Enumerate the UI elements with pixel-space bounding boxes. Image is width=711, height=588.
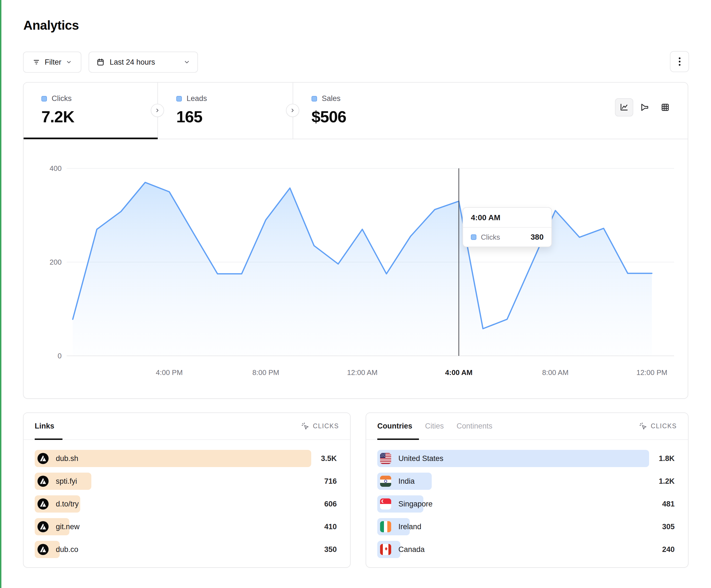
- countries-panel: Countries Cities Continents CLICKS Unite…: [366, 412, 689, 568]
- cursor-click-icon: [639, 422, 647, 430]
- list-item[interactable]: dub.sh3.5K: [35, 450, 337, 467]
- date-range-button[interactable]: Last 24 hours: [89, 51, 198, 73]
- calendar-icon: [96, 58, 105, 66]
- list-item[interactable]: Singapore481: [377, 495, 675, 513]
- sales-legend-chip: [311, 96, 317, 101]
- row-content: India: [380, 473, 415, 490]
- row-content: git.new: [38, 518, 80, 535]
- active-tab-underline: [35, 438, 62, 440]
- row-value: 606: [324, 500, 337, 508]
- leads-tab-value: 165: [176, 107, 207, 126]
- funnel-view-button[interactable]: [635, 98, 654, 116]
- flag-in-icon: [380, 476, 391, 487]
- filter-button[interactable]: Filter: [23, 51, 81, 73]
- list-item[interactable]: Ireland305: [377, 518, 675, 535]
- row-value: 1.8K: [659, 454, 675, 463]
- countries-list: United States1.8KIndia1.2KSingapore481Ir…: [366, 440, 688, 558]
- analytics-page: Analytics Filter Last 24 hours Clicks 7.…: [0, 0, 711, 588]
- table-view-button[interactable]: [656, 98, 674, 116]
- countries-metric-toggle[interactable]: CLICKS: [639, 422, 677, 430]
- list-item[interactable]: dub.co350: [35, 541, 337, 558]
- row-content: dub.sh: [38, 450, 78, 467]
- row-content: spti.fyi: [38, 473, 77, 490]
- row-label: dub.co: [56, 545, 78, 554]
- dub-logo-avatar: [38, 498, 48, 510]
- row-content: United States: [380, 450, 444, 467]
- row-value: 240: [662, 545, 675, 554]
- list-item[interactable]: Canada240: [377, 541, 675, 558]
- list-item[interactable]: spti.fyi716: [35, 473, 337, 490]
- more-options-button[interactable]: [670, 51, 689, 72]
- flag-us-icon: [380, 453, 391, 464]
- tab-links[interactable]: Links: [35, 422, 55, 430]
- metric-tabs: Clicks 7.2K Leads 165 Sales $506: [24, 83, 688, 139]
- active-tab-underline: [377, 438, 419, 440]
- chevron-right-icon: [155, 108, 160, 113]
- tooltip-time: 4:00 AM: [463, 208, 552, 228]
- chevron-down-icon: [66, 59, 72, 65]
- links-metric-label: CLICKS: [313, 423, 339, 430]
- row-label: spti.fyi: [56, 477, 77, 485]
- row-label: Singapore: [398, 500, 433, 508]
- tooltip-value: 380: [531, 233, 544, 242]
- row-content: Ireland: [380, 518, 422, 535]
- row-value: 3.5K: [321, 454, 337, 463]
- row-value: 716: [324, 477, 337, 485]
- tab-countries[interactable]: Countries: [377, 422, 412, 430]
- analytics-chart-card: Clicks 7.2K Leads 165 Sales $506: [23, 82, 688, 399]
- tooltip-legend-chip: [471, 234, 476, 240]
- chevron-right-icon: [290, 108, 295, 113]
- bar-track: [377, 473, 649, 490]
- grid-table-icon: [660, 103, 670, 112]
- chart-tooltip: 4:00 AM Clicks 380: [462, 207, 552, 247]
- row-label: d.to/try: [56, 500, 79, 508]
- tab-leads[interactable]: Leads 165: [176, 94, 207, 126]
- list-item[interactable]: d.to/try606: [35, 495, 337, 513]
- tab-clicks[interactable]: Clicks 7.2K: [41, 94, 74, 126]
- row-label: Ireland: [398, 523, 422, 531]
- list-item[interactable]: United States1.8K: [377, 450, 675, 467]
- funnel-icon: [640, 103, 650, 112]
- countries-metric-label: CLICKS: [651, 423, 677, 430]
- list-item[interactable]: India1.2K: [377, 473, 675, 490]
- row-content: d.to/try: [38, 495, 79, 513]
- row-value: 410: [324, 523, 337, 531]
- expand-leads-button[interactable]: [286, 104, 299, 117]
- filter-lines-icon: [33, 58, 40, 66]
- expand-clicks-button[interactable]: [151, 104, 164, 117]
- row-label: git.new: [56, 523, 80, 531]
- date-range-label: Last 24 hours: [110, 58, 155, 67]
- tab-continents[interactable]: Continents: [457, 422, 493, 430]
- line-chart-view-button[interactable]: [615, 98, 633, 116]
- sales-tab-label: Sales: [322, 94, 341, 103]
- flag-ie-icon: [380, 521, 391, 532]
- links-panel: Links CLICKS dub.sh3.5Kspti.fyi716d.to/t…: [23, 412, 351, 568]
- tab-cities[interactable]: Cities: [425, 422, 444, 430]
- chevron-down-icon: [184, 59, 190, 65]
- filter-button-label: Filter: [45, 58, 61, 67]
- leads-tab-label: Leads: [187, 94, 207, 103]
- line-chart-icon: [619, 103, 629, 112]
- row-value: 350: [324, 545, 337, 554]
- row-content: Singapore: [380, 495, 433, 513]
- row-label: India: [398, 477, 415, 485]
- list-item[interactable]: git.new410: [35, 518, 337, 535]
- clicks-legend-chip: [41, 96, 47, 101]
- links-metric-toggle[interactable]: CLICKS: [301, 422, 339, 430]
- flag-ca-icon: [380, 544, 391, 555]
- row-value: 1.2K: [659, 477, 675, 485]
- page-title: Analytics: [23, 18, 79, 33]
- row-label: Canada: [398, 545, 425, 554]
- page-left-accent-edge: [0, 0, 1, 588]
- dub-logo-avatar: [38, 544, 48, 555]
- leads-legend-chip: [176, 96, 182, 101]
- links-list: dub.sh3.5Kspti.fyi716d.to/try606git.new4…: [24, 440, 350, 558]
- tooltip-series-label: Clicks: [481, 233, 500, 242]
- row-value: 481: [662, 500, 675, 508]
- tab-sales[interactable]: Sales $506: [311, 94, 346, 126]
- row-value: 305: [662, 523, 675, 531]
- dub-logo-avatar: [38, 521, 48, 532]
- row-content: Canada: [380, 541, 425, 558]
- sales-tab-value: $506: [311, 107, 346, 126]
- flag-sg-icon: [380, 498, 391, 510]
